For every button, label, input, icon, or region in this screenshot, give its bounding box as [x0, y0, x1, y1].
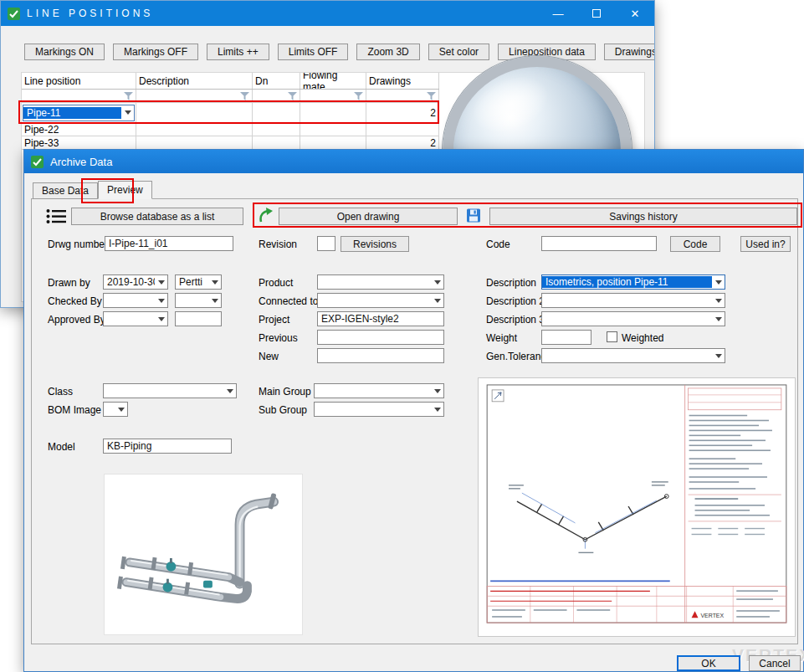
checked-date-combo[interactable]: [103, 293, 168, 308]
line-position-cell: Pipe-22: [22, 123, 136, 136]
revisions-button[interactable]: Revisions: [341, 236, 409, 252]
drwg-number-field[interactable]: I-Pipe-11_i01: [105, 236, 233, 251]
sub-group-label: Sub Group: [259, 404, 307, 416]
drwg-number-label: Drwg number: [48, 239, 108, 250]
table-row-pipe-33[interactable]: Pipe-33 2: [22, 136, 439, 150]
code-button[interactable]: Code: [670, 236, 720, 252]
checked-name-combo[interactable]: [175, 293, 222, 308]
table-filter-row: [22, 90, 439, 103]
filter-icon[interactable]: [240, 92, 249, 100]
chevron-down-icon: [155, 275, 167, 289]
line-position-cell: Pipe-11: [22, 103, 136, 122]
limits-plus-button[interactable]: Limits ++: [207, 44, 269, 60]
dn-cell: [253, 103, 300, 122]
class-combo[interactable]: [103, 383, 237, 398]
chevron-down-icon: [155, 294, 167, 307]
filter-cell: [366, 90, 439, 102]
used-in-button[interactable]: Used in?: [740, 236, 791, 252]
filter-icon[interactable]: [288, 92, 297, 100]
app-icon: [8, 8, 20, 20]
cancel-button[interactable]: Cancel: [749, 655, 801, 671]
description-label: Description: [486, 277, 536, 289]
column-header[interactable]: Flowing mate...: [300, 73, 366, 89]
description-cell: [136, 103, 253, 122]
bom-image-combo[interactable]: [103, 402, 128, 417]
model-field[interactable]: KB-Piping: [103, 439, 232, 454]
filter-cell: [22, 90, 136, 102]
sub-group-combo[interactable]: [314, 402, 444, 417]
flowing-material-cell: [300, 123, 366, 136]
chevron-down-icon: [115, 403, 127, 416]
main-group-combo[interactable]: [314, 383, 444, 398]
column-header[interactable]: Dn: [253, 73, 300, 89]
filter-icon[interactable]: [124, 92, 133, 100]
tab-preview[interactable]: Preview: [98, 181, 152, 199]
weighted-checkbox[interactable]: [607, 331, 617, 342]
revision-field[interactable]: [317, 236, 335, 251]
maximize-icon: [592, 9, 601, 18]
tab-base-data[interactable]: Base Data: [33, 182, 98, 199]
connected-to-combo[interactable]: [317, 293, 444, 308]
weighted-label: Weighted: [622, 332, 663, 344]
chevron-down-icon[interactable]: [121, 105, 134, 121]
drawn-name-combo[interactable]: Pertti: [175, 274, 222, 290]
chevron-down-icon: [712, 275, 725, 289]
filter-cell: [253, 90, 300, 102]
table-header-row: Line position Description Dn Flowing mat…: [22, 73, 439, 90]
column-header[interactable]: Line position: [22, 73, 136, 89]
minimize-button[interactable]: —: [539, 1, 577, 26]
open-drawing-button[interactable]: Open drawing: [279, 208, 458, 225]
previous-field[interactable]: [317, 330, 444, 345]
weight-field[interactable]: [541, 330, 591, 345]
filter-cell: [136, 90, 253, 102]
chevron-down-icon: [223, 384, 236, 398]
product-combo[interactable]: [317, 274, 444, 290]
gen-tolerance-combo[interactable]: [541, 348, 725, 363]
chevron-down-icon: [712, 349, 725, 362]
line-position-combo[interactable]: Pipe-11: [23, 105, 135, 121]
list-icon[interactable]: [46, 208, 66, 224]
sheet-logo-text: VERTEX: [701, 613, 725, 618]
new-field[interactable]: [317, 348, 444, 363]
close-button[interactable]: ✕: [616, 1, 654, 26]
line-positions-titlebar[interactable]: LINE POSITIONS — ✕: [1, 1, 654, 26]
description2-combo[interactable]: [541, 293, 725, 308]
drawings-cell: [366, 123, 439, 136]
drawings-cell: 2: [366, 103, 439, 122]
description3-combo[interactable]: [541, 311, 725, 326]
zoom-3d-button[interactable]: Zoom 3D: [356, 44, 419, 60]
pipe-3d-preview: [104, 474, 303, 635]
browse-database-button[interactable]: Browse database as a list: [71, 208, 243, 225]
approved-name-field[interactable]: [175, 311, 222, 326]
app-icon: [31, 156, 44, 168]
code-field[interactable]: [541, 236, 657, 251]
savings-history-button[interactable]: Savings history: [489, 208, 797, 225]
open-drawing-icon[interactable]: [259, 208, 274, 223]
filter-cell: [300, 90, 366, 102]
line-positions-table: Line position Description Dn Flowing mat…: [22, 73, 439, 150]
lp-toolbar: Markings ON Markings OFF Limits ++ Limit…: [24, 44, 655, 60]
project-field[interactable]: EXP-IGEN-style2: [317, 311, 444, 326]
column-header[interactable]: Description: [136, 73, 253, 89]
markings-on-button[interactable]: Markings ON: [24, 44, 105, 60]
filter-icon[interactable]: [354, 92, 363, 100]
limits-off-button[interactable]: Limits OFF: [278, 44, 349, 60]
drawn-date-combo[interactable]: 2019-10-30: [103, 274, 168, 290]
table-row-pipe-11[interactable]: Pipe-11 2: [22, 103, 439, 123]
description-combo[interactable]: Isometrics, position Pipe-11: [541, 274, 725, 290]
flowing-material-cell: [300, 136, 366, 149]
maximize-button[interactable]: [577, 1, 616, 26]
description3-label: Description 3: [486, 314, 545, 326]
column-header[interactable]: Drawings: [366, 73, 439, 89]
markings-off-button[interactable]: Markings OFF: [113, 44, 198, 60]
filter-icon[interactable]: [427, 92, 436, 100]
ok-button[interactable]: OK: [677, 655, 740, 671]
save-icon[interactable]: [467, 208, 480, 223]
table-row-pipe-22[interactable]: Pipe-22: [22, 123, 439, 136]
project-label: Project: [259, 314, 289, 326]
archive-titlebar[interactable]: Archive Data: [24, 150, 803, 173]
set-color-button[interactable]: Set color: [428, 44, 489, 60]
drawings-button[interactable]: Drawings: [604, 44, 655, 60]
window-title: Archive Data: [50, 156, 112, 168]
approved-date-combo[interactable]: [103, 311, 168, 326]
